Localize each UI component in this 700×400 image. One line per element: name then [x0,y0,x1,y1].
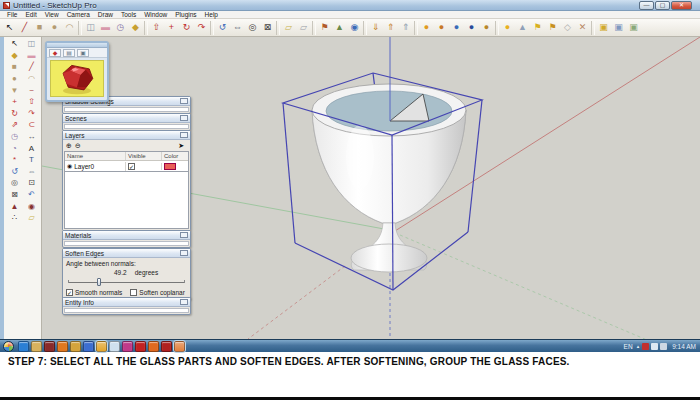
layers-header[interactable]: Layers [63,131,190,140]
menu-item[interactable]: Tools [117,11,140,19]
paint-bucket-icon[interactable]: ◆ [6,50,23,62]
share-component-icon[interactable]: ⇑ [398,20,413,35]
protractor-icon[interactable]: ◔ [6,142,23,154]
style-box-icon-3[interactable]: ▣ [626,20,641,35]
flag-icon-2[interactable]: ⚑ [545,20,560,35]
section-plane-icon[interactable]: ▱ [23,212,40,224]
tape-measure-icon[interactable]: ◷ [6,131,23,143]
look-around-icon[interactable]: ◉ [23,200,40,212]
dimension-tool-icon[interactable]: ↔ [23,131,40,143]
position-camera-icon[interactable]: ▲ [6,200,23,212]
text-tool-icon[interactable]: A [23,142,40,154]
push-pull-icon[interactable]: ⇧ [23,96,40,108]
volume-icon[interactable] [660,343,667,350]
style-box-icon-1[interactable]: ▣ [596,20,611,35]
taskbar-app-blue-icon[interactable] [83,341,94,352]
cone-icon[interactable]: ▲ [515,20,530,35]
eraser-icon[interactable]: ▬ [98,20,113,35]
flag-icon-1[interactable]: ⚑ [530,20,545,35]
diamond-icon[interactable]: ◇ [560,20,575,35]
menu-item[interactable]: View [41,11,63,19]
select-tool-icon[interactable]: ↖ [6,38,23,50]
taskbar-app-red-a-icon[interactable] [161,341,172,352]
taskbar-app-explorer-icon[interactable] [31,341,42,352]
offset-tool-icon[interactable]: ↷ [194,20,209,35]
walk-tool-icon[interactable]: ∴ [6,212,23,224]
pan-tool-icon[interactable]: ⇔ [23,166,40,178]
fox-icon[interactable]: ✕ [575,20,590,35]
arc-tool-icon[interactable]: ◠ [23,73,40,85]
tape-measure-icon[interactable]: ◷ [113,20,128,35]
menu-item[interactable]: File [3,11,21,19]
paint-bucket-icon[interactable]: ◆ [128,20,143,35]
freehand-tool-icon[interactable]: ~ [23,84,40,96]
taskbar-app-sketchup-icon[interactable] [96,341,107,352]
rectangle-tool-icon[interactable]: ■ [6,61,23,73]
sun-icon[interactable]: ● [500,20,515,35]
start-button[interactable] [3,341,14,352]
ruby-gem-image[interactable] [50,60,104,97]
taskbar-app-pencil-icon[interactable] [148,341,159,352]
move-tool-icon[interactable]: + [164,20,179,35]
add-location-icon[interactable]: ⚑ [317,20,332,35]
circle-tool-icon[interactable]: ● [47,20,62,35]
taskbar-app-ie-icon[interactable] [18,341,29,352]
polygon-tool-icon[interactable]: ▼ [6,84,23,96]
glass-goblet-model[interactable] [312,84,466,272]
collapse-button[interactable] [180,250,188,256]
line-tool-icon[interactable]: ╱ [23,61,40,73]
minimize-button[interactable]: — [639,1,654,10]
soften-edges-header[interactable]: Soften Edges [63,249,190,258]
entity-info-header[interactable]: Entity Info [63,298,190,307]
zoom-extents-icon[interactable]: ⊠ [260,20,275,35]
taskbar-app-gold-icon[interactable] [70,341,81,352]
offset-tool-icon[interactable]: ⊂ [23,119,40,131]
plugin-sphere-icon-4[interactable]: ● [464,20,479,35]
taskbar-app-pdf-icon[interactable] [135,341,146,352]
rotate-tool-icon[interactable]: ↻ [179,20,194,35]
select-tool-icon[interactable]: ↖ [2,20,17,35]
plugin-sphere-icon-1[interactable]: ● [419,20,434,35]
layer-visible-checkbox[interactable]: ✓ [128,163,135,170]
language-indicator[interactable]: EN [624,343,633,350]
rectangle-tool-icon[interactable]: ■ [32,20,47,35]
plugin-sphere-icon-5[interactable]: ● [479,20,494,35]
move-tool-icon[interactable]: + [6,96,23,108]
zoom-previous-icon[interactable]: ↶ [23,189,40,201]
make-component-icon[interactable]: ◫ [83,20,98,35]
taskbar-app-magenta-icon[interactable] [122,341,133,352]
section-display-icon[interactable]: ▱ [296,20,311,35]
zoom-extents-icon[interactable]: ⊠ [6,189,23,201]
angle-slider[interactable] [66,278,187,286]
plugin-sphere-icon-2[interactable]: ● [434,20,449,35]
style-box-icon-2[interactable]: ▣ [611,20,626,35]
toggle-terrain-icon[interactable]: ▲ [332,20,347,35]
maximize-button[interactable]: ▢ [655,1,670,10]
3d-text-icon[interactable]: T [23,154,40,166]
tray-expand-icon[interactable]: ▴ [637,343,640,349]
axes-tool-icon[interactable]: * [6,154,23,166]
zoom-window-icon[interactable]: ⊡ [23,177,40,189]
section-plane-icon[interactable]: ▱ [281,20,296,35]
eraser-icon[interactable]: ▬ [23,50,40,62]
menu-item[interactable]: Plugins [171,11,200,19]
rotate-tool-icon[interactable]: ↻ [6,108,23,120]
materials-header[interactable]: Materials [63,231,190,240]
layer-details-button[interactable]: ➤ [178,141,184,151]
menu-item[interactable]: Draw [94,11,117,19]
slider-thumb[interactable] [97,278,101,286]
orbit-tool-icon[interactable]: ↺ [6,166,23,178]
scenes-header[interactable]: Scenes [63,114,190,123]
ruby-editor-icon[interactable]: ▣ [77,49,89,57]
ruby-console-icon[interactable]: ▤ [63,49,75,57]
line-tool-icon[interactable]: ╱ [17,20,32,35]
layer-color-swatch[interactable] [164,163,176,170]
plugin-sphere-icon-3[interactable]: ● [449,20,464,35]
soften-coplanar-checkbox[interactable] [130,289,137,296]
photo-textures-icon[interactable]: ◉ [347,20,362,35]
collapse-button[interactable] [180,232,188,238]
get-models-icon[interactable]: ⇓ [368,20,383,35]
arc-tool-icon[interactable]: ◠ [62,20,77,35]
scale-tool-icon[interactable]: ⇗ [6,119,23,131]
collapse-button[interactable] [180,299,188,305]
